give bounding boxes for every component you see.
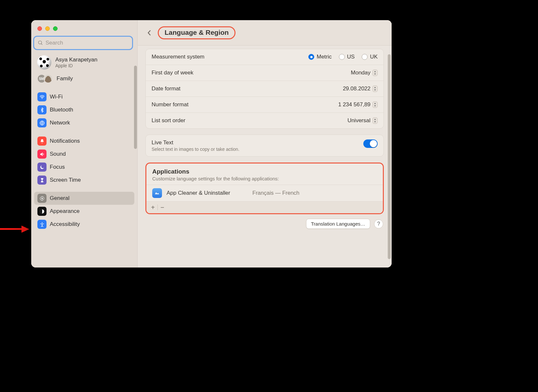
settings-panel-livetext: Live Text Select text in images to copy … xyxy=(145,135,384,157)
row-sub: Select text in images to copy or take ac… xyxy=(152,147,363,152)
applications-title: Applications xyxy=(152,168,377,175)
number-format-select[interactable]: 1 234 567,89 ▴▾ xyxy=(338,101,378,108)
sidebar-item-label: Notifications xyxy=(50,138,80,144)
row-label: Number format xyxy=(152,101,338,108)
add-application-button[interactable]: + xyxy=(148,203,157,212)
select-value: 1 234 567,89 xyxy=(338,101,370,108)
row-label: List sort order xyxy=(152,117,347,124)
hourglass-icon xyxy=(37,176,47,185)
sidebar-item-label: Appearance xyxy=(50,208,80,215)
main-area: Language & Region Measurement system Met… xyxy=(138,20,392,268)
list-sort-select[interactable]: Universal ▴▾ xyxy=(347,117,378,124)
sidebar-item-focus[interactable]: Focus xyxy=(34,161,134,174)
radio-icon xyxy=(362,54,368,60)
minimize-icon[interactable] xyxy=(45,26,50,31)
speaker-icon xyxy=(37,150,47,159)
sidebar-item-accessibility[interactable]: Accessibility xyxy=(34,218,134,231)
settings-window: Asya Karapetyan Apple ID SM Family Wi-Fi… xyxy=(31,20,392,268)
sidebar-item-label: Focus xyxy=(50,164,65,170)
applications-sub: Customize language settings for the foll… xyxy=(152,176,377,181)
application-row[interactable]: App Cleaner & Uninstaller Français — Fre… xyxy=(146,185,383,201)
sidebar-account[interactable]: Asya Karapetyan Apple ID xyxy=(31,53,137,72)
radio-label: Metric xyxy=(316,54,331,60)
applications-toolbar: + − xyxy=(146,201,383,213)
sidebar-item-network[interactable]: Network xyxy=(34,116,134,129)
sidebar-item-sound[interactable]: Sound xyxy=(34,148,134,161)
back-button[interactable] xyxy=(144,28,155,38)
family-label: Family xyxy=(57,75,73,82)
row-list-sort: List sort order Universal ▴▾ xyxy=(146,113,383,128)
row-label: First day of week xyxy=(152,70,351,76)
app-language: Français — French xyxy=(252,190,300,196)
main-scrollbar[interactable] xyxy=(388,46,391,266)
radio-us[interactable]: US xyxy=(339,54,355,60)
page-title: Language & Region xyxy=(165,29,229,36)
zoom-icon[interactable] xyxy=(53,26,58,31)
accessibility-icon xyxy=(37,220,47,229)
sidebar-item-bluetooth[interactable]: Bluetooth xyxy=(34,103,134,116)
remove-application-button[interactable]: − xyxy=(158,203,167,212)
family-avatars: SM xyxy=(37,74,53,83)
close-icon[interactable] xyxy=(37,26,42,31)
stepper-icon: ▴▾ xyxy=(372,101,378,108)
sidebar-item-notifications[interactable]: Notifications xyxy=(34,135,134,148)
account-sub: Apple ID xyxy=(55,63,97,68)
sidebar-item-label: Network xyxy=(50,120,70,126)
search-icon xyxy=(38,40,43,46)
first-day-select[interactable]: Monday ▴▾ xyxy=(351,70,378,76)
sidebar-item-label: Bluetooth xyxy=(50,107,73,113)
settings-panel-formats: Measurement system Metric US UK xyxy=(145,49,384,129)
sidebar-item-label: General xyxy=(50,195,69,202)
select-value: 29.08.2022 xyxy=(343,85,370,92)
radio-uk[interactable]: UK xyxy=(362,54,378,60)
help-button[interactable]: ? xyxy=(374,219,383,229)
sidebar-item-wifi[interactable]: Wi-Fi xyxy=(34,90,134,103)
row-first-day: First day of week Monday ▴▾ xyxy=(146,65,383,81)
sidebar-item-screentime[interactable]: Screen Time xyxy=(34,174,134,187)
footer: Translation Languages… ? xyxy=(145,219,384,229)
row-number-format: Number format 1 234 567,89 ▴▾ xyxy=(146,97,383,113)
sidebar-scrollbar[interactable] xyxy=(134,66,137,149)
content: Measurement system Metric US UK xyxy=(138,46,392,268)
sidebar-item-label: Sound xyxy=(50,151,66,157)
sidebar-item-general[interactable]: General xyxy=(34,192,134,205)
sidebar-item-appearance[interactable]: Appearance xyxy=(34,205,134,218)
row-date-format: Date format 29.08.2022 ▴▾ xyxy=(146,81,383,97)
live-text-toggle[interactable] xyxy=(363,139,378,148)
header: Language & Region xyxy=(138,20,392,46)
stepper-icon: ▴▾ xyxy=(372,70,378,76)
avatar xyxy=(37,55,51,70)
family-badge-photo xyxy=(44,74,53,83)
sidebar-family[interactable]: SM Family xyxy=(31,72,137,87)
search-field-wrap xyxy=(34,37,132,49)
select-value: Universal xyxy=(347,117,370,124)
date-format-select[interactable]: 29.08.2022 ▴▾ xyxy=(343,85,378,92)
radio-label: UK xyxy=(370,54,378,60)
app-name: App Cleaner & Uninstaller xyxy=(167,190,248,196)
stepper-icon: ▴▾ xyxy=(372,117,378,124)
sidebar-list: Wi-Fi Bluetooth Network Notifications xyxy=(31,87,137,232)
row-label: Date format xyxy=(152,85,343,92)
svg-line-1 xyxy=(41,44,43,45)
sidebar: Asya Karapetyan Apple ID SM Family Wi-Fi… xyxy=(31,20,138,268)
radio-label: US xyxy=(347,54,355,60)
title-highlight: Language & Region xyxy=(158,26,235,39)
radio-metric[interactable]: Metric xyxy=(308,54,331,60)
translation-languages-button[interactable]: Translation Languages… xyxy=(306,219,370,229)
app-icon xyxy=(152,188,162,198)
search-input[interactable] xyxy=(34,37,132,49)
sidebar-item-label: Accessibility xyxy=(50,221,80,228)
row-measurement: Measurement system Metric US UK xyxy=(146,49,383,65)
row-label: Live Text xyxy=(152,139,363,146)
sidebar-item-label: Screen Time xyxy=(50,177,81,183)
appearance-icon xyxy=(37,207,47,216)
radio-icon xyxy=(339,54,345,60)
stepper-icon: ▴▾ xyxy=(372,85,378,92)
window-traffic-lights xyxy=(31,20,137,31)
globe-icon xyxy=(37,118,47,127)
svg-point-3 xyxy=(41,198,43,199)
measurement-radios: Metric US UK xyxy=(308,54,378,60)
svg-point-0 xyxy=(38,41,42,44)
applications-panel: Applications Customize language settings… xyxy=(145,163,384,214)
account-name: Asya Karapetyan xyxy=(55,57,97,63)
